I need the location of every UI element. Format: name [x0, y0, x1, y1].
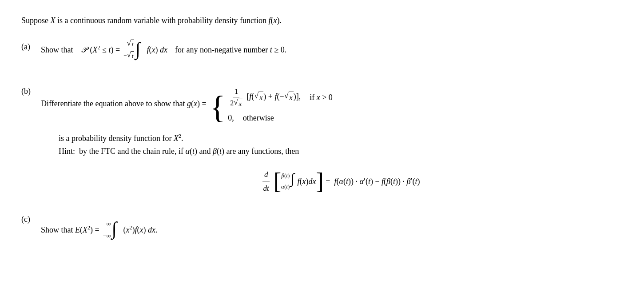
integral-c: ∞ −∞ ∫	[103, 219, 118, 241]
intro-text: Suppose X is a continuous random variabl…	[21, 14, 623, 27]
piecewise-cases: 1 2√x [f(√x) + f(−√x)], if x > 0 0, othe…	[228, 86, 333, 127]
part-b-pdf-text: is a probability density function for X2…	[59, 132, 623, 145]
probability-notation: 𝒫	[81, 44, 87, 56]
left-bracket: [	[274, 170, 281, 193]
part-c-label: (c)	[21, 212, 36, 226]
piecewise-definition: { 1 2√x [f(√x) + f(−√x)], if x >	[210, 86, 333, 127]
part-b-content: Differentiate the equation above to show…	[41, 84, 623, 127]
part-b-after: is a probability density function for X2…	[59, 132, 623, 194]
ftc-integrand: f	[298, 175, 300, 188]
case-1-expr: 1 2√x [f(√x) + f(−√x)],	[228, 86, 301, 109]
case-1-cond: if x > 0	[310, 91, 333, 104]
ftc-formula: d dt [ β(t) α(t) ∫ f(x) dx	[59, 169, 623, 194]
case-2-expr: 0,	[228, 112, 234, 124]
part-a-label: (a)	[21, 40, 36, 53]
part-c-text-before: Show that E(X2) =	[41, 224, 99, 237]
piecewise-case-2: 0, otherwise	[228, 109, 333, 127]
ftc-equals: =	[324, 175, 334, 188]
ftc-integral: β(t) α(t) ∫	[281, 171, 295, 192]
part-a-text-after: for any non-negative number t ≥ 0.	[171, 44, 286, 56]
part-a-text-before: Show that	[41, 44, 77, 56]
integrand-a: f(x) dx	[145, 44, 167, 56]
part-b-label: (b)	[21, 84, 36, 98]
integral-a: √t −√t ∫	[123, 40, 141, 61]
d-dt-fraction: d dt	[262, 169, 271, 194]
ftc-rhs: f(α(t)) · α′(t) − f(β(t)) · β′(t)	[334, 175, 420, 188]
part-c: (c) Show that E(X2) = ∞ −∞ ∫ (x2)f(x) dx…	[21, 212, 623, 241]
left-brace: {	[210, 91, 226, 123]
integrand-c: (x2)f(x) dx.	[121, 224, 158, 237]
part-b-text-before: Differentiate the equation above to show…	[41, 84, 207, 110]
prob-expr: (X2 ≤ t) =	[90, 44, 120, 56]
case-2-cond: otherwise	[243, 112, 274, 124]
piecewise-case-1: 1 2√x [f(√x) + f(−√x)], if x > 0	[228, 86, 333, 109]
part-a-content: Show that 𝒫(X2 ≤ t) = √t −√t ∫	[41, 40, 623, 61]
part-a: (a) Show that 𝒫(X2 ≤ t) = √t −√t	[21, 40, 623, 73]
part-c-content: Show that E(X2) = ∞ −∞ ∫ (x2)f(x) dx.	[41, 219, 623, 241]
part-b-hint-text: Hint: by the FTC and the chain rule, if …	[59, 145, 623, 158]
right-bracket: ]	[316, 170, 324, 193]
part-b: (b) Differentiate the equation above to …	[21, 84, 623, 205]
